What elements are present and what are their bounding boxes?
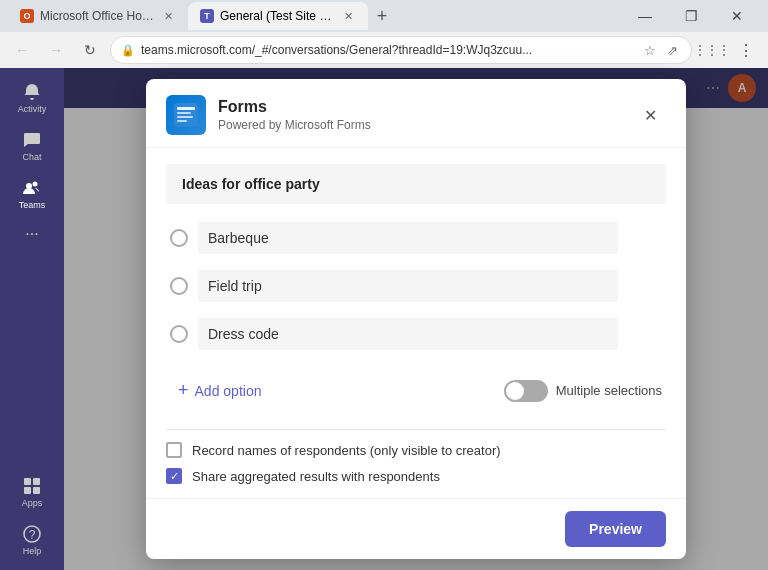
url-text: teams.microsoft.com/_#/conversations/Gen…: [141, 43, 532, 57]
sidebar-help-label: Help: [23, 546, 42, 556]
tab-office-close[interactable]: ✕: [160, 8, 176, 24]
tab-teams-title: General (Test Site 01) | Microsoft...: [220, 9, 334, 23]
modal-body: Ideas for office party Barbeque Field tr…: [146, 148, 686, 498]
option-text-3: Dress code: [198, 318, 618, 350]
back-button[interactable]: ←: [8, 36, 36, 64]
svg-text:?: ?: [29, 528, 36, 542]
checkbox-results[interactable]: [166, 468, 182, 484]
checkboxes-section: Record names of respondents (only visibl…: [166, 442, 666, 484]
lock-icon: 🔒: [121, 44, 135, 57]
add-option-plus-icon: +: [178, 380, 189, 401]
multiple-selections-container: Multiple selections: [504, 380, 662, 402]
share-icon[interactable]: ⇗: [663, 41, 681, 59]
teams-icon: [22, 178, 42, 198]
url-bar-icons: ☆ ⇗: [641, 41, 681, 59]
forms-app-icon: [166, 95, 206, 135]
title-bar: O Microsoft Office Home ✕ T General (Tes…: [0, 0, 768, 32]
checkbox-row-names: Record names of respondents (only visibl…: [166, 442, 666, 458]
teams-favicon: T: [200, 9, 214, 23]
browser-chrome: O Microsoft Office Home ✕ T General (Tes…: [0, 0, 768, 68]
refresh-button[interactable]: ↻: [76, 36, 104, 64]
svg-rect-11: [177, 116, 193, 118]
checkbox-names[interactable]: [166, 442, 182, 458]
svg-rect-5: [33, 487, 40, 494]
url-bar[interactable]: 🔒 teams.microsoft.com/_#/conversations/G…: [110, 36, 692, 64]
option-radio-1[interactable]: [170, 229, 188, 247]
toggle-knob: [506, 382, 524, 400]
svg-rect-10: [177, 112, 191, 114]
modal-overlay: Forms Powered by Microsoft Forms ✕ Ideas…: [64, 68, 768, 570]
multiple-selections-label: Multiple selections: [556, 383, 662, 398]
minimize-button[interactable]: —: [622, 0, 668, 32]
address-bar: ← → ↻ 🔒 teams.microsoft.com/_#/conversat…: [0, 32, 768, 68]
question-title: Ideas for office party: [166, 164, 666, 204]
svg-rect-9: [177, 107, 195, 110]
browser-menu-button[interactable]: ⋮: [732, 36, 760, 64]
tab-teams-close[interactable]: ✕: [340, 8, 356, 24]
sidebar-item-chat[interactable]: Chat: [8, 124, 56, 168]
bell-icon: [22, 82, 42, 102]
sidebar-activity-label: Activity: [18, 104, 47, 114]
bookmark-icon[interactable]: ☆: [641, 41, 659, 59]
add-option-button[interactable]: + Add option: [170, 374, 269, 407]
forms-modal: Forms Powered by Microsoft Forms ✕ Ideas…: [146, 79, 686, 559]
window-controls: — ❐ ✕: [622, 0, 760, 32]
svg-point-1: [33, 182, 38, 187]
office-favicon: O: [20, 9, 34, 23]
sidebar-item-teams[interactable]: Teams: [8, 172, 56, 216]
modal-subtitle: Powered by Microsoft Forms: [218, 118, 622, 132]
svg-rect-4: [24, 487, 31, 494]
checkbox-results-label: Share aggregated results with respondent…: [192, 469, 440, 484]
forms-logo-icon: [172, 101, 200, 129]
help-icon: ?: [22, 524, 42, 544]
svg-rect-3: [33, 478, 40, 485]
add-option-label: Add option: [195, 383, 262, 399]
checkbox-names-label: Record names of respondents (only visibl…: [192, 443, 501, 458]
preview-button[interactable]: Preview: [565, 511, 666, 547]
modal-header: Forms Powered by Microsoft Forms ✕: [146, 79, 686, 148]
sidebar-item-help[interactable]: ? Help: [8, 518, 56, 562]
modal-title: Forms: [218, 98, 622, 116]
multiple-selections-toggle[interactable]: [504, 380, 548, 402]
sidebar-item-apps[interactable]: Apps: [8, 470, 56, 514]
teams-app: Activity Chat Teams ···: [0, 68, 768, 570]
forward-button[interactable]: →: [42, 36, 70, 64]
option-item-dresscode: Dress code: [166, 312, 666, 356]
option-radio-3[interactable]: [170, 325, 188, 343]
option-item-fieldtrip: Field trip: [166, 264, 666, 308]
new-tab-button[interactable]: +: [368, 2, 396, 30]
add-option-row: + Add option Multiple selections: [166, 368, 666, 413]
sidebar-item-activity[interactable]: Activity: [8, 76, 56, 120]
svg-rect-2: [24, 478, 31, 485]
teams-main-area: ⋯ A: [64, 68, 768, 570]
tab-office-title: Microsoft Office Home: [40, 9, 154, 23]
sidebar-chat-label: Chat: [22, 152, 41, 162]
svg-rect-8: [174, 103, 198, 127]
sidebar-teams-label: Teams: [19, 200, 46, 210]
chat-icon: [22, 130, 42, 150]
svg-rect-12: [177, 120, 187, 122]
teams-sidebar: Activity Chat Teams ···: [0, 68, 64, 570]
modal-close-button[interactable]: ✕: [634, 99, 666, 131]
sidebar-item-more[interactable]: ···: [8, 220, 56, 248]
extensions-icon[interactable]: ⋮⋮⋮: [698, 36, 726, 64]
modal-header-text: Forms Powered by Microsoft Forms: [218, 98, 622, 132]
sidebar-apps-label: Apps: [22, 498, 43, 508]
tab-teams[interactable]: T General (Test Site 01) | Microsoft... …: [188, 2, 368, 30]
option-text-1: Barbeque: [198, 222, 618, 254]
close-button[interactable]: ✕: [714, 0, 760, 32]
option-text-2: Field trip: [198, 270, 618, 302]
tab-office[interactable]: O Microsoft Office Home ✕: [8, 2, 188, 30]
options-list: Barbeque Field trip Dress code: [166, 216, 666, 356]
apps-icon: [22, 476, 42, 496]
separator: [166, 429, 666, 430]
option-radio-2[interactable]: [170, 277, 188, 295]
maximize-button[interactable]: ❐: [668, 0, 714, 32]
more-dots-icon: ···: [25, 226, 38, 242]
checkbox-row-results: Share aggregated results with respondent…: [166, 468, 666, 484]
option-item-barbeque: Barbeque: [166, 216, 666, 260]
modal-footer: Preview: [146, 498, 686, 559]
